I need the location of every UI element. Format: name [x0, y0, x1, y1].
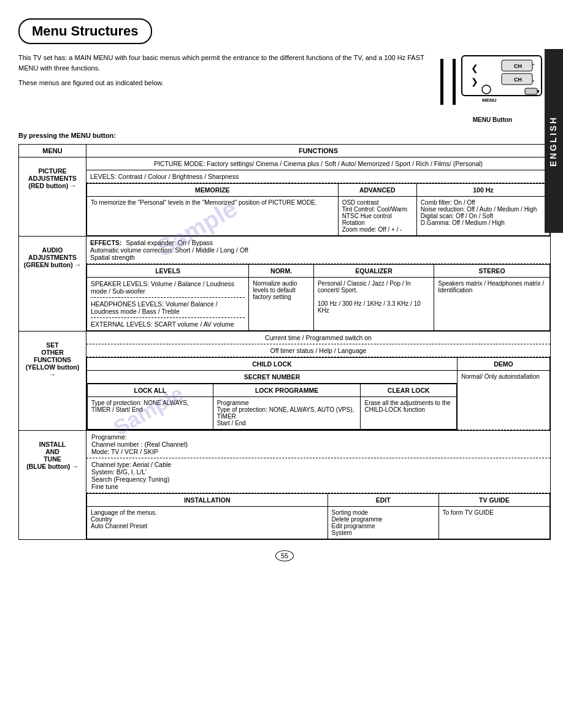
- edit-header: EDIT: [327, 494, 439, 507]
- install-row1: Programme: Channel number : (Real Channe…: [86, 431, 550, 458]
- demo-header: DEMO: [458, 358, 550, 371]
- svg-rect-12: [525, 88, 537, 94]
- 100hz-content: Comb filter: On / Off Noise reduction: O…: [416, 197, 550, 236]
- svg-point-11: [482, 85, 491, 94]
- audio-levels-content: SPEAKER LEVELS: Volume / Balance / Loudn…: [87, 278, 249, 331]
- lock-all-content: Type of protection: NONE ALWAYS, TIMER /…: [88, 397, 213, 430]
- audio-functions-cell: EFFECTS: Spatial expander: On / Bypass A…: [86, 237, 551, 332]
- audio-norm-content: Normalize audio levels to default factor…: [249, 278, 314, 331]
- svg-text:❯: ❯: [471, 77, 478, 87]
- child-lock-header: CHILD LOCK: [87, 358, 458, 371]
- install-row2: Channel type: Aerial / Cable System: B/G…: [86, 458, 550, 493]
- svg-rect-1: [453, 59, 456, 105]
- svg-text:⌃: ⌃: [531, 63, 536, 69]
- advanced-content: OSD contrast Tint Control: Cool/Warm NTS…: [338, 197, 416, 236]
- remote-diagram: CH ⌃ CH ⌄ ❮ ❯ MENU MENU Button: [434, 53, 551, 123]
- audio-norm-header: NORM.: [249, 265, 314, 278]
- set-menu-label: SET OTHER FUNCTIONS (YELLOW button) →: [19, 332, 86, 431]
- page-title-box: Menu Structures: [18, 18, 152, 44]
- audio-eq-header: EQUALIZER: [313, 265, 434, 278]
- levels-label-row: LEVELS: Contrast / Colour / Brightness /…: [86, 170, 550, 183]
- child-lock-demo-table: CHILD LOCK DEMO SECRET NUMBER Normal/ On…: [86, 357, 550, 430]
- memorize-header: MEMORIZE: [87, 184, 339, 197]
- audio-sub-table: LEVELS NORM. EQUALIZER STEREO SPEAKER LE…: [86, 264, 550, 331]
- table-header-functions: FUNCTIONS: [86, 145, 551, 157]
- page-number-text: 55: [275, 550, 294, 561]
- picture-mode-row: PICTURE MODE: Factory settings/ Cinema /…: [86, 157, 550, 170]
- picture-menu-label: PICTURE ADJUSTMENTS (RED button) →: [19, 157, 86, 237]
- set-row2: Off timer status / Help / Language: [86, 344, 550, 357]
- clear-lock-content: Erase all the adjustments to the CHILD-L…: [361, 397, 457, 430]
- speaker-levels: SPEAKER LEVELS: Volume / Balance / Loudn…: [91, 280, 245, 298]
- tv-guide-header: TV GUIDE: [439, 494, 550, 507]
- tv-guide-content: To form TV GUIDE: [439, 507, 550, 539]
- main-menu-table: MENU FUNCTIONS PICTURE ADJUSTMENTS (RED …: [18, 144, 551, 540]
- menu-button-label: MENU Button: [473, 116, 512, 123]
- set-functions-cell: Current time / Programmed switch on Off …: [86, 332, 551, 431]
- by-pressing-label: By pressing the MENU button:: [18, 132, 551, 139]
- svg-text:CH: CH: [514, 77, 522, 83]
- page-title: Menu Structures: [32, 23, 139, 39]
- intro-paragraph-1: This TV set has: a MAIN MENU with four b…: [18, 53, 434, 73]
- audio-menu-label: AUDIO ADJUSTMENTS (GREEN button) →: [19, 237, 86, 332]
- picture-sub-table: MEMORIZE ADVANCED 100 Hz To memorize the…: [86, 183, 550, 236]
- table-row-audio: AUDIO ADJUSTMENTS (GREEN button) → EFFEC…: [19, 237, 551, 332]
- demo-content: Normal/ Only autoinstallation: [458, 371, 550, 430]
- lock-sub-headers-cell: LOCK ALL LOCK PROGRAMME CLEAR LOCK Type …: [87, 384, 458, 430]
- intro-area: This TV set has: a MAIN MENU with four b…: [18, 53, 551, 123]
- page: ENGLISH Menu Structures This TV set has:…: [0, 0, 563, 728]
- intro-paragraph-2: These menus are figured out as indicated…: [18, 78, 434, 88]
- lock-programme-content: Programme Type of protection: NONE, ALWA…: [213, 397, 361, 430]
- lock-programme-header: LOCK PROGRAMME: [213, 384, 361, 397]
- effects-row: EFFECTS: Spatial expander: On / Bypass A…: [86, 237, 550, 264]
- audio-stereo-header: STEREO: [434, 265, 550, 278]
- advanced-header: ADVANCED: [338, 184, 416, 197]
- svg-text:MENU: MENU: [482, 97, 497, 103]
- svg-text:⌄: ⌄: [531, 77, 536, 83]
- headphones-levels: HEADPHONES LEVELS: Volume/ Balance / Lou…: [91, 300, 245, 318]
- picture-mode-text: PICTURE MODE: Factory settings/ Cinema /…: [154, 160, 483, 167]
- table-row-install: INSTALL AND TUNE (BLUE button) → Program…: [19, 431, 551, 540]
- clear-lock-header: CLEAR LOCK: [361, 384, 457, 397]
- svg-text:❮: ❮: [471, 63, 478, 74]
- installation-content: Language of the menus. Country Auto Chan…: [87, 507, 328, 539]
- install-sub-table: INSTALLATION EDIT TV GUIDE Language of t…: [86, 493, 550, 539]
- table-header-menu: MENU: [19, 145, 86, 157]
- install-menu-label: INSTALL AND TUNE (BLUE button) →: [19, 431, 86, 540]
- set-row1: Current time / Programmed switch on: [86, 332, 550, 344]
- intro-text: This TV set has: a MAIN MENU with four b…: [18, 53, 434, 88]
- table-row-picture: PICTURE ADJUSTMENTS (RED button) → PICTU…: [19, 157, 551, 237]
- table-row-set: SET OTHER FUNCTIONS (YELLOW button) → Cu…: [19, 332, 551, 431]
- svg-rect-13: [537, 90, 539, 93]
- lock-all-header: LOCK ALL: [88, 384, 213, 397]
- installation-header: INSTALLATION: [87, 494, 328, 507]
- lock-headers-table: LOCK ALL LOCK PROGRAMME CLEAR LOCK Type …: [87, 384, 457, 430]
- audio-eq-content: Personal / Classic / Jazz / Pop / In con…: [313, 278, 434, 331]
- audio-stereo-content: Speakers matrix / Headphones matrix / Id…: [434, 278, 550, 331]
- remote-diagram-svg: CH ⌃ CH ⌄ ❮ ❯ MENU: [434, 53, 551, 114]
- levels-label-text: LEVELS: Contrast / Colour / Brightness /…: [90, 173, 239, 180]
- 100hz-header: 100 Hz: [416, 184, 550, 197]
- effects-label: EFFECTS:: [90, 239, 121, 246]
- svg-text:CH: CH: [514, 63, 522, 69]
- external-levels: EXTERNAL LEVELS: SCART volume / AV volum…: [91, 320, 245, 328]
- picture-functions-cell: PICTURE MODE: Factory settings/ Cinema /…: [86, 157, 551, 237]
- english-sidebar-label: ENGLISH: [545, 49, 563, 233]
- svg-rect-0: [440, 59, 443, 105]
- install-functions-cell: Programme: Channel number : (Real Channe…: [86, 431, 551, 540]
- page-number: 55: [18, 552, 551, 559]
- secret-number-label: SECRET NUMBER: [87, 371, 458, 384]
- audio-levels-header: LEVELS: [87, 265, 249, 278]
- memorize-content: To memorize the "Personal" levels in the…: [87, 197, 339, 236]
- edit-content: Sorting mode Delete programme Edit progr…: [327, 507, 439, 539]
